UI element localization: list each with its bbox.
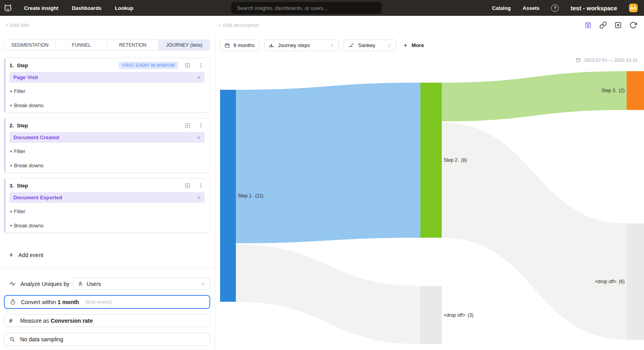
sankey-node-label-dropoff-after-step2: <drop off> (6): [595, 279, 625, 284]
step-badge: FIRST EVENT IN WINDOW: [119, 62, 178, 69]
tab-retention[interactable]: RETENTION: [107, 40, 159, 50]
step-card: 1. Step FIRST EVENT IN WINDOW Page Visit…: [4, 58, 210, 113]
convert-within-hint: (first event): [85, 299, 112, 305]
event-chip[interactable]: Page Visit ×: [9, 72, 205, 83]
step-number: 3.: [9, 183, 14, 189]
avatar[interactable]: AA: [629, 4, 638, 12]
data-sampling-label: No data sampling: [20, 336, 63, 342]
add-breakdown-button[interactable]: + Break downs: [9, 102, 43, 108]
remove-event-icon[interactable]: ×: [197, 74, 201, 80]
sankey-node-dropoff-after-step1[interactable]: [420, 286, 442, 344]
analyze-by-value: Users: [87, 281, 101, 287]
add-filter-button[interactable]: + Filter: [9, 148, 25, 154]
add-breakdown-button[interactable]: + Break downs: [9, 223, 43, 229]
sankey-node-label-step3: Step 3. (2): [601, 88, 625, 93]
data-sampling-setting[interactable]: No data sampling: [4, 333, 210, 346]
nav-menu: Create insightDashboardsLookup: [24, 5, 134, 11]
save-icon[interactable]: [584, 21, 592, 29]
sankey-node-step2[interactable]: [420, 83, 442, 238]
help-icon[interactable]: ?: [551, 4, 559, 12]
conversion-window-setting[interactable]: Convert within1 month (first event): [4, 295, 210, 309]
insight-type-tabs: SEGMENTATIONFUNNELRETENTIONJOURNEY (beta…: [4, 40, 210, 51]
step-event-label: Document Exported: [13, 195, 62, 201]
add-step-icon[interactable]: [185, 183, 190, 189]
step-event-label: Document Created: [13, 134, 59, 140]
sankey-link-step1-to-dropoff-after-step1[interactable]: [236, 244, 420, 344]
user-icon: [77, 281, 83, 287]
analyze-by-select[interactable]: Users: [73, 278, 210, 290]
sankey-node-step1[interactable]: [220, 90, 236, 302]
add-title-button[interactable]: + Add title: [6, 22, 29, 28]
plus-icon: +: [403, 42, 407, 49]
steps-list: 1. Step FIRST EVENT IN WINDOW Page Visit…: [4, 58, 210, 238]
step-header: 3. Step: [9, 182, 205, 189]
sankey-node-label-dropoff-after-step1: <drop off> (3): [444, 312, 473, 318]
chart-panel: 6 monthsJourney stepsSankey+More 2022-07…: [216, 34, 644, 350]
top-nav: Create insightDashboardsLookup Catalog A…: [0, 0, 644, 16]
app: Create insightDashboardsLookup Catalog A…: [0, 0, 644, 350]
remove-event-icon[interactable]: ×: [197, 134, 201, 140]
step-menu-icon[interactable]: [198, 62, 204, 68]
chart-toolbar: 6 monthsJourney stepsSankey+More: [220, 40, 424, 51]
6-months-button[interactable]: 6 months: [220, 40, 259, 51]
step-title: Step: [17, 62, 28, 68]
refresh-icon[interactable]: [629, 21, 637, 29]
add-event-button[interactable]: + Add event: [4, 252, 43, 259]
step-header: 1. Step FIRST EVENT IN WINDOW: [9, 62, 205, 69]
panel-divider: [0, 267, 215, 268]
nav-right: Catalog Assets ? test - workspace AA: [492, 0, 638, 16]
search-bar[interactable]: [231, 2, 382, 14]
sankey-node-label-step1: Step 1. (11): [238, 193, 263, 199]
step-header: 2. Step: [9, 122, 205, 129]
remove-event-icon[interactable]: ×: [197, 195, 201, 201]
sankey-node-step3[interactable]: [627, 71, 644, 110]
calendar-icon: [224, 43, 230, 48]
sankey-label: Sankey: [358, 42, 375, 48]
select-arrows-icon: [329, 42, 334, 48]
insight-header: + Add title + Add description: [0, 16, 644, 34]
sankey-select[interactable]: Sankey: [344, 40, 397, 51]
measure-as-setting[interactable]: # Measure asConversion rate: [4, 314, 210, 327]
insight-actions: [584, 21, 637, 29]
nav-item-create-insight[interactable]: Create insight: [24, 5, 58, 11]
tab-funnel[interactable]: FUNNEL: [56, 40, 107, 50]
nav-item-assets[interactable]: Assets: [523, 5, 540, 11]
add-step-icon[interactable]: [185, 123, 190, 129]
sankey-chart: Step 1. (11)Step 2. (8)<drop off> (3)Ste…: [216, 55, 644, 350]
add-filter-button[interactable]: + Filter: [9, 208, 25, 214]
sankey-link-step2-to-step3[interactable]: [442, 71, 627, 121]
add-step-icon[interactable]: [185, 62, 190, 68]
add-description-button[interactable]: + Add description: [218, 22, 259, 28]
sankey-link-step1-to-step2[interactable]: [236, 83, 420, 243]
search-input[interactable]: [231, 5, 382, 11]
analyze-label: Analyze Uniques by: [21, 281, 70, 287]
more-button[interactable]: +More: [403, 42, 424, 49]
select-arrows-icon: [387, 42, 392, 48]
tab-segmentation[interactable]: SEGMENTATION: [4, 40, 56, 50]
add-breakdown-button[interactable]: + Break downs: [9, 163, 43, 168]
clear-insight-icon[interactable]: [614, 21, 622, 29]
bar-chart-icon: [269, 43, 274, 48]
workspace-name[interactable]: test - workspace: [571, 5, 617, 11]
journey-steps-label: Journey steps: [278, 42, 310, 48]
tab-journey-beta[interactable]: JOURNEY (beta): [159, 40, 210, 50]
zoom-out-icon: [9, 336, 15, 342]
event-chip[interactable]: Document Exported ×: [9, 192, 205, 203]
nav-item-dashboards[interactable]: Dashboards: [72, 5, 102, 11]
step-menu-icon[interactable]: [198, 182, 204, 189]
app-logo-cat-icon[interactable]: [3, 3, 13, 13]
nav-item-lookup[interactable]: Lookup: [115, 5, 134, 11]
journey-steps-select[interactable]: Journey steps: [264, 40, 339, 51]
nav-item-catalog[interactable]: Catalog: [492, 5, 511, 11]
sankey-node-dropoff-after-step2[interactable]: [627, 223, 644, 340]
add-filter-button[interactable]: + Filter: [9, 88, 25, 94]
measure-as-value: Conversion rate: [51, 318, 93, 324]
sankey-icon: [348, 42, 354, 48]
stopwatch-icon: [9, 299, 16, 305]
event-chip[interactable]: Document Created ×: [9, 132, 205, 143]
more-label: More: [412, 42, 424, 48]
convert-within-label: Convert within: [21, 299, 56, 305]
copy-link-icon[interactable]: [599, 21, 607, 29]
sankey-link-step2-to-dropoff-after-step2[interactable]: [442, 123, 627, 340]
step-menu-icon[interactable]: [198, 122, 204, 129]
